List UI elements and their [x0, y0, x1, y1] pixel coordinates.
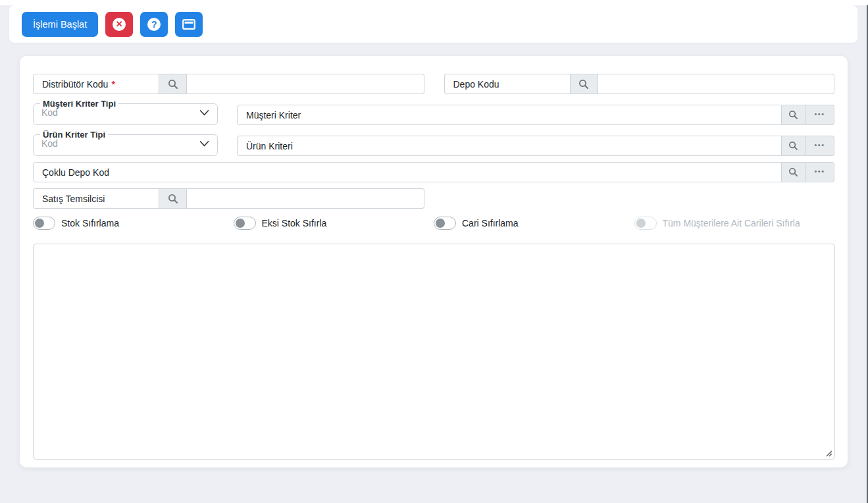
search-icon	[788, 141, 798, 151]
toggle-label: Stok Sıfırlama	[61, 218, 119, 228]
toggle-off-icon[interactable]	[434, 217, 456, 230]
distributor-code-group: Distribütör Kodu *	[33, 74, 424, 94]
customer-criteria-input[interactable]: Müşteri Kriter	[237, 105, 782, 125]
question-circle-icon: ?	[147, 18, 161, 31]
result-area-wrap	[33, 244, 834, 460]
action-toolbar: İşlemi Başlat ✕ ?	[9, 5, 857, 43]
chevron-down-icon	[199, 141, 209, 147]
options-row: Stok Sıfırlama Eksi Stok Sıfırla Cari Sı…	[33, 216, 834, 230]
toggle-label: Tüm Müşterilere Ait Carileri Sıfırla	[663, 218, 800, 228]
multi-depot-more-button[interactable]: •••	[805, 163, 834, 182]
product-criteria-more-button[interactable]: •••	[805, 136, 834, 155]
app-window: İşlemi Başlat ✕ ? Distribütör Kodu *	[0, 5, 868, 503]
sales-rep-label: Satış Temsilcisi	[33, 188, 159, 209]
toggle-off-icon[interactable]	[234, 217, 256, 230]
search-icon	[788, 110, 798, 120]
toggle-negative-stock-reset[interactable]: Eksi Stok Sıfırla	[234, 216, 434, 230]
form-panel: Distribütör Kodu * Depo Kodu	[20, 56, 848, 467]
toggle-stock-reset[interactable]: Stok Sıfırlama	[33, 216, 234, 230]
multi-depot-search-button[interactable]	[782, 163, 805, 182]
search-icon	[168, 79, 178, 90]
required-asterisk: *	[111, 79, 115, 90]
search-icon	[578, 79, 589, 90]
window-icon	[182, 19, 195, 30]
toggle-label: Cari Sıfırlama	[462, 218, 519, 228]
depot-code-label: Depo Kodu	[444, 74, 570, 94]
circle-x-icon: ✕	[113, 18, 126, 31]
toggle-off-icon	[634, 217, 657, 230]
start-process-button[interactable]: İşlemi Başlat	[22, 12, 98, 37]
result-textarea[interactable]	[33, 244, 835, 460]
depot-search-button[interactable]	[570, 74, 598, 94]
cancel-button[interactable]: ✕	[105, 12, 133, 37]
chevron-down-icon	[199, 110, 209, 116]
customer-criteria-type-label: Müşteri Kriter Tipi	[40, 100, 118, 107]
depot-code-group: Depo Kodu	[444, 74, 835, 94]
toggle-account-reset[interactable]: Cari Sıfırlama	[434, 216, 634, 230]
customer-criteria-type-select[interactable]: Müşteri Kriter Tipi Kod	[33, 100, 218, 125]
product-criteria-search-button[interactable]	[782, 136, 805, 155]
ellipsis-icon: •••	[814, 141, 825, 149]
ellipsis-icon: •••	[814, 167, 825, 175]
search-icon	[168, 194, 178, 204]
product-criteria-input[interactable]: Ürün Kriteri	[237, 136, 782, 156]
product-criteria-group: Ürün Kriteri •••	[237, 136, 834, 156]
customer-criteria-group: Müşteri Kriter •••	[237, 105, 834, 125]
product-criteria-type-value: Kod	[41, 138, 58, 149]
distributor-code-label: Distribütör Kodu *	[33, 74, 159, 94]
sales-rep-search-button[interactable]	[159, 188, 187, 209]
window-button[interactable]	[175, 12, 203, 37]
product-criteria-type-label: Ürün Kriter Tipi	[40, 131, 108, 138]
multi-depot-input[interactable]: Çoklu Depo Kod	[33, 162, 782, 182]
product-criteria-type-select[interactable]: Ürün Kriter Tipi Kod	[33, 131, 218, 156]
distributor-search-button[interactable]	[159, 74, 187, 94]
multi-depot-group: Çoklu Depo Kod •••	[33, 162, 834, 182]
customer-criteria-type-value: Kod	[41, 107, 58, 118]
depot-code-input[interactable]	[598, 74, 835, 94]
sales-rep-input[interactable]	[187, 188, 424, 209]
ellipsis-icon: •••	[814, 110, 825, 118]
distributor-code-input[interactable]	[187, 74, 424, 94]
toggle-off-icon[interactable]	[33, 217, 55, 230]
help-button[interactable]: ?	[140, 12, 168, 37]
toggle-label: Eksi Stok Sıfırla	[262, 218, 327, 228]
customer-criteria-search-button[interactable]	[782, 105, 805, 124]
toggle-all-customer-accounts-reset: Tüm Müşterilere Ait Carileri Sıfırla	[634, 216, 835, 230]
search-icon	[788, 167, 798, 177]
sales-rep-group: Satış Temsilcisi	[33, 188, 424, 209]
customer-criteria-more-button[interactable]: •••	[805, 105, 834, 124]
